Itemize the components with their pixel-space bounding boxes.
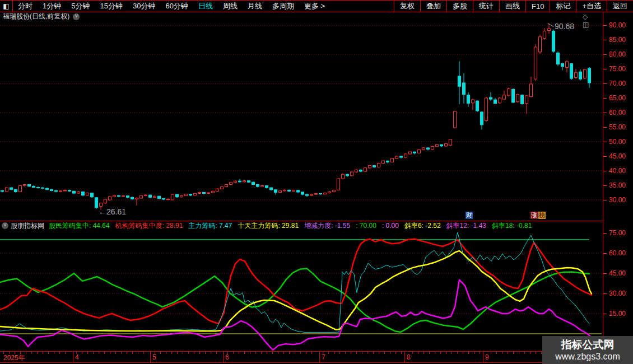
month-label-5[interactable]: 5 (152, 353, 156, 361)
candle-body[interactable] (145, 195, 147, 195)
candle-body[interactable] (59, 191, 62, 192)
year-label[interactable]: 2025年 (3, 353, 25, 363)
candle-body[interactable] (539, 37, 542, 52)
candle-body[interactable] (548, 29, 551, 30)
candle-body[interactable] (570, 64, 573, 79)
candle-body[interactable] (418, 150, 421, 153)
candle-body[interactable] (10, 188, 13, 189)
candle-body[interactable] (185, 194, 188, 196)
month-label-4[interactable]: 4 (75, 353, 79, 361)
candle-body[interactable] (387, 161, 389, 162)
candle-body[interactable] (248, 181, 250, 183)
period-tab-分时[interactable]: 分时 (13, 1, 38, 11)
candle-body[interactable] (283, 190, 286, 191)
candle-body[interactable] (467, 95, 470, 104)
candle-body[interactable] (503, 95, 506, 99)
candle-body[interactable] (239, 181, 241, 182)
candle-body[interactable] (243, 181, 246, 182)
period-tab-周线[interactable]: 周线 (218, 1, 243, 11)
candle-body[interactable] (122, 196, 125, 197)
candle-body[interactable] (360, 170, 362, 171)
candle-body[interactable] (82, 192, 85, 195)
candle-body[interactable] (77, 192, 80, 193)
candle-body[interactable] (315, 194, 318, 195)
candle-body[interactable] (552, 31, 555, 51)
candle-body[interactable] (476, 101, 479, 111)
candle-body[interactable] (234, 181, 237, 183)
candle-body[interactable] (109, 197, 111, 200)
candle-body[interactable] (413, 152, 416, 153)
period-tab-1分钟[interactable]: 1分钟 (38, 1, 66, 11)
candle-body[interactable] (301, 192, 304, 194)
candle-body[interactable] (306, 194, 309, 195)
candle-body[interactable] (100, 203, 103, 207)
candle-body[interactable] (127, 196, 129, 198)
candle-body[interactable] (6, 188, 8, 192)
candle-body[interactable] (395, 156, 398, 158)
candle-body[interactable] (472, 100, 474, 103)
candle-body[interactable] (494, 100, 497, 104)
candle-body[interactable] (490, 97, 492, 99)
candle-body[interactable] (292, 190, 295, 192)
toolbar-button-F10[interactable]: F10 (525, 1, 550, 12)
candle-body[interactable] (530, 84, 533, 96)
candle-body[interactable] (140, 195, 143, 198)
candle-body[interactable] (440, 144, 443, 146)
month-label-8[interactable]: 8 (407, 353, 411, 361)
candle-body[interactable] (176, 194, 179, 197)
candle-body[interactable] (409, 152, 412, 154)
candle-body[interactable] (50, 189, 53, 190)
candle-body[interactable] (566, 62, 569, 67)
candle-body[interactable] (431, 146, 434, 149)
candle-body[interactable] (579, 72, 582, 79)
indicator-header[interactable]: ˅ 股朋指标网 股民筹码集中: 44.64机构筹码集中度: 28.91主力筹码:… (0, 221, 603, 230)
candle-body[interactable] (180, 195, 183, 197)
candle-body[interactable] (55, 190, 58, 192)
candle-body[interactable] (257, 184, 259, 186)
toolbar-button-画线[interactable]: 画线 (499, 1, 525, 12)
candle-body[interactable] (19, 186, 22, 192)
candle-body[interactable] (508, 88, 510, 95)
candle-body[interactable] (521, 95, 524, 104)
candle-body[interactable] (131, 197, 134, 199)
candle-body[interactable] (449, 139, 452, 145)
month-label-7[interactable]: 7 (322, 353, 325, 361)
period-tab-5分钟[interactable]: 5分钟 (66, 1, 95, 11)
candle-body[interactable] (512, 89, 515, 102)
candle-body[interactable] (333, 190, 336, 192)
period-tab-15分钟[interactable]: 15分钟 (95, 1, 127, 11)
candle-body[interactable] (158, 196, 161, 198)
candle-body[interactable] (543, 31, 546, 38)
toolbar-button-叠加[interactable]: 叠加 (420, 1, 446, 12)
candle-body[interactable] (153, 196, 156, 197)
candle-body[interactable] (337, 179, 340, 190)
candle-body[interactable] (167, 199, 170, 199)
candle-body[interactable] (584, 69, 587, 78)
candle-body[interactable] (400, 156, 403, 157)
candle-body[interactable] (391, 158, 394, 162)
candle-body[interactable] (328, 192, 331, 193)
candle-body[interactable] (203, 192, 206, 193)
candle-body[interactable] (136, 198, 138, 199)
candle-body[interactable] (422, 148, 425, 150)
candle-body[interactable] (588, 68, 591, 83)
candle-body[interactable] (369, 166, 371, 168)
candle-body[interactable] (216, 189, 219, 191)
candle-body[interactable] (252, 182, 255, 184)
candle-body[interactable] (404, 154, 407, 157)
toolbar-button-多股[interactable]: 多股 (446, 1, 473, 12)
candle-body[interactable] (485, 98, 488, 121)
candle-body[interactable] (481, 112, 483, 125)
period-tab-30分钟[interactable]: 30分钟 (128, 1, 160, 11)
candle-body[interactable] (346, 174, 349, 176)
candle-body[interactable] (324, 193, 327, 194)
candle-body[interactable] (382, 161, 385, 163)
chevron-down-icon[interactable]: ˅ (73, 13, 80, 20)
month-label-9[interactable]: 9 (485, 353, 489, 361)
toolbar-button-复权[interactable]: 复权 (394, 1, 420, 12)
candle-body[interactable] (436, 144, 439, 146)
period-tab-60分钟[interactable]: 60分钟 (160, 1, 193, 11)
candle-body[interactable] (68, 190, 71, 192)
period-tab-更多 >[interactable]: 更多 > (299, 1, 330, 11)
candle-body[interactable] (355, 170, 358, 172)
